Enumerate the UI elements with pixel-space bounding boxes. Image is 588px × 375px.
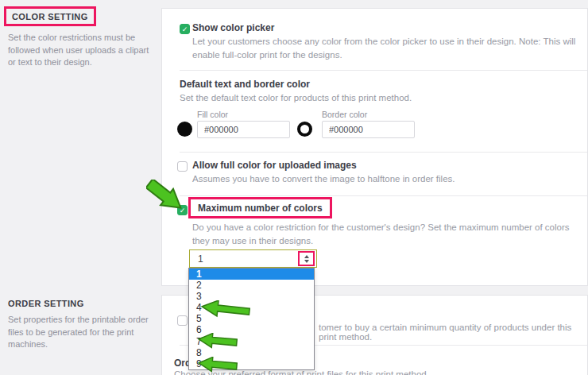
dropdown-option-8[interactable]: 8 [189,347,314,358]
color-setting-title: COLOR SETTING [12,12,88,21]
border-color-label: Border color [322,110,367,119]
check-icon: ✓ [180,207,186,215]
max-colors-highlight-box: Maximum number of colors [188,197,332,218]
allow-full-color-description: Assumes you have to convert the image to… [192,172,577,186]
chevron-down-icon [304,260,309,263]
divider [180,195,587,196]
max-colors-select-value: 1 [198,253,203,265]
max-colors-label[interactable]: Maximum number of colors [198,203,323,214]
dropdown-option-4[interactable]: 4 [189,302,314,313]
dropdown-option-5[interactable]: 5 [189,313,314,324]
dropdown-option-9[interactable]: 9 [189,358,314,369]
dropdown-option-2[interactable]: 2 [189,280,314,291]
max-colors-checkbox[interactable]: ✓ [177,205,188,215]
dropdown-option-7[interactable]: 7 [189,336,314,347]
order-setting-description: Set properties for the printable order f… [8,314,149,351]
divider [180,152,587,153]
show-color-picker-label[interactable]: Show color picker [192,22,274,33]
divider [180,70,587,71]
dropdown-option-3[interactable]: 3 [189,291,314,302]
color-settings-card: ✓ Show color picker Let your customers c… [161,8,588,286]
max-colors-select[interactable]: 1 [189,249,317,268]
show-color-picker-checkbox[interactable]: ✓ [180,24,190,34]
dropdown-option-6[interactable]: 6 [189,324,314,335]
fill-color-label: Fill color [197,110,228,119]
chevron-up-icon [304,255,309,258]
settings-page: COLOR SETTING Set the color restrictions… [0,0,588,375]
max-colors-description: Do you have a color restriction for the … [192,221,575,247]
minimum-quantity-description-fragment: tomer to buy a certain minimum quantity … [319,323,585,342]
color-setting-highlight-box: COLOR SETTING [4,6,96,26]
default-colors-title: Default text and border color [180,79,310,90]
max-colors-dropdown-list: 1 2 3 4 5 6 7 8 9 [188,268,315,370]
allow-full-color-label[interactable]: Allow full color for uploaded images [192,160,357,171]
order-setting-title: ORDER SETTING [8,299,84,308]
order-format-description: Choose your preferred format of print fi… [174,369,571,375]
border-color-input[interactable] [322,121,415,138]
default-colors-description: Set the default text color for products … [180,91,564,105]
minimum-quantity-checkbox[interactable] [177,315,188,326]
dropdown-option-1[interactable]: 1 [189,269,314,280]
fill-color-input[interactable] [197,121,290,138]
show-color-picker-description: Let your customers choose any color from… [192,35,577,61]
check-icon: ✓ [182,25,188,33]
allow-full-color-checkbox[interactable] [177,161,188,172]
border-color-swatch[interactable] [297,122,312,137]
select-arrow-highlight-box [298,251,315,266]
fill-color-swatch[interactable] [177,122,192,137]
color-setting-description: Set the color restrictions must be follo… [8,32,156,69]
